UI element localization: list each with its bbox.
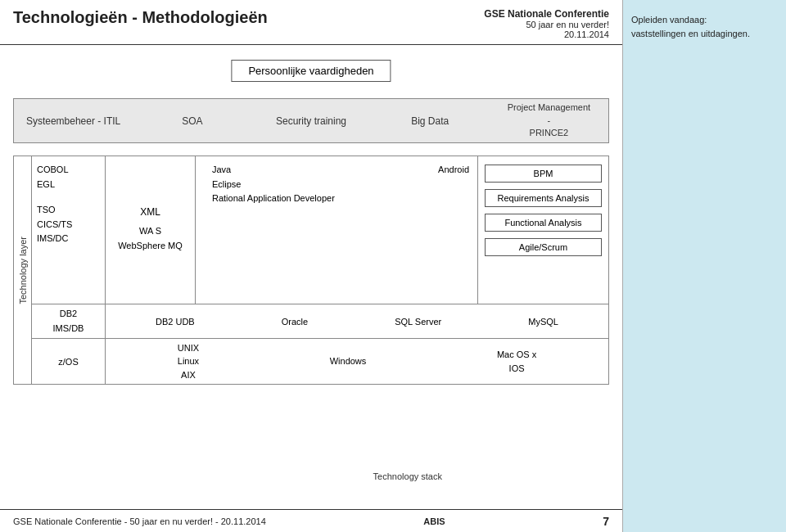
conf-tagline: 50 jaar en nu verder! [484,20,609,29]
macos-line2: IOS [497,362,536,376]
slide-title: Technologieën - Methodologieën [13,8,268,27]
skill-systeembeheer: Systeembeheer - ITIL [14,115,133,127]
os-row: z/OS UNIX Linux AIX Windows Mac OS x IOS [32,339,608,384]
was-line1: WA S [118,224,183,239]
tech-outer-box: Technology layer COBOL EGL TSO CICS/TS [13,156,609,385]
pm-line2: PRINCE2 [530,127,569,139]
os-left: z/OS [32,339,106,384]
db2-line1: DB2 [53,307,84,322]
os-windows: Windows [330,354,367,368]
java-group: Java Eclipse Rational Application Develo… [212,163,335,206]
db-item-3: SQL Server [395,317,441,327]
persoonlijke-box: Persoonlijke vaardigheden [231,60,391,82]
java-line3: Rational Application Developer [212,192,335,206]
os-right: UNIX Linux AIX Windows Mac OS x IOS [106,341,608,382]
uitdagingen-label: vaststellingen en uitdagingen. [631,29,750,38]
db-right: DB2 UDB Oracle SQL Server MySQL [106,317,608,327]
bpm-area: BPM Requirements Analysis Functional Ana… [477,156,608,304]
was-group: WA S WebSphere MQ [118,224,183,253]
unix-line2: Linux [178,354,199,368]
tech-stack-label: Technology stack [373,471,442,481]
os-macos: Mac OS x IOS [497,348,536,375]
sidebar-inner: Opleiden vandaag: vaststellingen en uitd… [623,0,786,48]
tso-line2: CICS/TS [37,218,100,232]
android-label: Android [438,165,469,174]
conf-name: GSE Nationale Conferentie [484,8,609,20]
conf-date: 20.11.2014 [484,29,609,39]
sidebar: Opleiden vandaag: vaststellingen en uitd… [622,0,786,532]
tso-line1: TSO [37,203,100,218]
tso-group: TSO CICS/TS IMS/DC [37,203,100,246]
pm-sep: - [548,115,551,127]
tech-col-cobol: COBOL EGL TSO CICS/TS IMS/DC [32,156,106,304]
db-item-2: Oracle [282,317,308,327]
skills-row: Systeembeheer - ITIL SOA Security traini… [13,98,609,143]
macos-line1: Mac OS x [497,348,536,362]
cobol-group: COBOL EGL [37,163,100,192]
requirements-box: Requirements Analysis [485,189,602,207]
main-content: Technologieën - Methodologieën GSE Natio… [0,0,622,532]
footer-page: 7 [603,515,609,528]
unix-line1: UNIX [178,341,199,355]
skill-bigdata: Big Data [371,115,490,127]
skill-security: Security training [251,115,370,127]
tech-layer-label-vertical: Technology layer [14,156,32,384]
cobol-line1: COBOL [37,163,100,178]
opleiden-label: Opleiden vandaag: [631,15,707,25]
tso-line3: IMS/DC [37,232,100,246]
db2-line2: IMS/DB [53,322,84,336]
db-item-4: MySQL [528,317,558,327]
tech-col-java: Java Eclipse Rational Application Develo… [196,156,477,304]
db-left: DB2 IMS/DB [32,304,106,338]
pm-line1: Project Management [508,101,591,114]
tech-top-row: COBOL EGL TSO CICS/TS IMS/DC XML [32,156,608,304]
tech-col-xml: XML WA S WebSphere MQ [106,156,196,304]
java-line1: Java [212,163,335,178]
footer-left: GSE Nationale Conferentie - 50 jaar en n… [13,516,266,526]
skill-soa: SOA [133,115,251,127]
xml-label: XML [140,206,160,218]
cobol-line2: EGL [37,178,100,192]
bpm-box: BPM [485,165,602,183]
footer-abis: ABIS [423,516,445,526]
os-unix: UNIX Linux AIX [178,341,199,382]
skill-project-mgmt: Project Management - PRINCE2 [490,101,608,139]
sidebar-subtitle: Opleiden vandaag: vaststellingen en uitd… [631,13,778,40]
java-line2: Eclipse [212,178,335,192]
footer: GSE Nationale Conferentie - 50 jaar en n… [0,509,622,532]
unix-line3: AIX [178,368,199,382]
functional-box: Functional Analysis [485,214,602,232]
agile-box: Agile/Scrum [485,238,602,256]
persoonlijke-label: Persoonlijke vaardigheden [248,65,373,77]
db-row: DB2 IMS/DB DB2 UDB Oracle SQL Server MyS… [32,304,608,339]
slide-area: Persoonlijke vaardigheden Systeembeheer … [0,45,622,509]
header: Technologieën - Methodologieën GSE Natio… [0,0,622,45]
was-line2: WebSphere MQ [118,239,183,254]
conference-info: GSE Nationale Conferentie 50 jaar en nu … [484,8,609,39]
db-item-1: DB2 UDB [156,317,195,327]
tech-inner: COBOL EGL TSO CICS/TS IMS/DC XML [32,156,608,384]
